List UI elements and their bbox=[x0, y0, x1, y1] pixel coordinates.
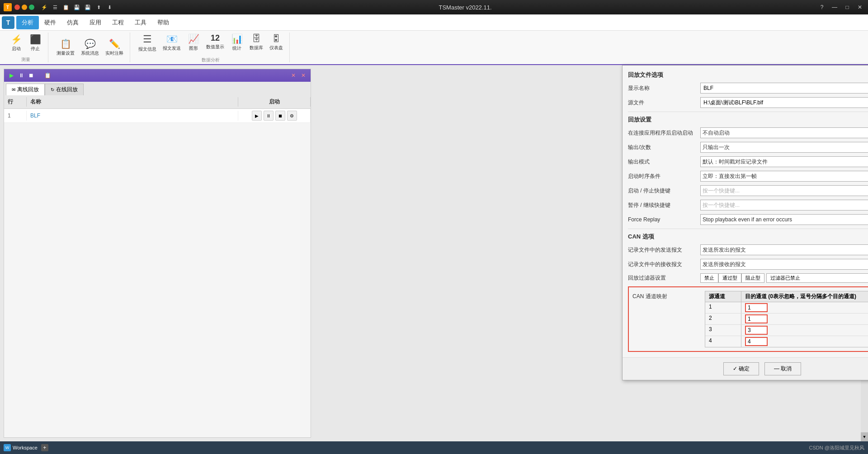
value-display-button[interactable]: 12 数值显示 bbox=[203, 32, 227, 54]
force-replay-select[interactable]: Stop playback even if an error occurs ▼ bbox=[700, 214, 868, 225]
td-start-1: ▶ ⏸ ⏹ ⚙ bbox=[238, 109, 311, 122]
cmt-td-dst-3 bbox=[741, 325, 868, 336]
panel-ctrl-green[interactable]: ▶ bbox=[8, 72, 15, 79]
form-row-output-count: 输出/次数 只输出一次 ▼ bbox=[628, 142, 868, 153]
value-display-icon: 12 bbox=[211, 33, 220, 43]
start-button[interactable]: ⚡ 启动 bbox=[7, 32, 25, 54]
message-info-button[interactable]: ☰ 报文信息 bbox=[136, 32, 159, 54]
dialog: 回放文件选项 显示名称 源文件 📁 ▶ 回放设置 bbox=[622, 65, 868, 380]
dst-input-1[interactable] bbox=[745, 303, 768, 312]
maximize-button[interactable]: □ bbox=[843, 3, 852, 12]
output-mode-select[interactable]: 默认：时间戳对应记录文件 ▼ bbox=[700, 156, 868, 167]
table-row: 1 BLF ▶ ⏸ ⏹ ⚙ bbox=[4, 109, 311, 123]
divider-1 bbox=[628, 112, 868, 112]
add-workspace-btn[interactable]: + bbox=[41, 444, 48, 451]
stats-label: 统计 bbox=[232, 45, 241, 51]
measure-settings-button[interactable]: 📋 测量设置 bbox=[54, 37, 77, 58]
filter-controls: 禁止 通过型 阻止型 过滤器已禁止 编辑... bbox=[700, 273, 868, 283]
menu-tab-app[interactable]: 应用 bbox=[84, 16, 107, 29]
stop-label: 停止 bbox=[31, 46, 40, 52]
filter-pass-btn[interactable]: 通过型 bbox=[718, 273, 741, 283]
cmt-th-dst: 目的通道 (0表示忽略，逗号分隔多个目的通道) bbox=[741, 291, 868, 302]
display-name-label: 显示名称 bbox=[628, 84, 700, 92]
menu-tab-hardware[interactable]: 硬件 bbox=[39, 16, 61, 29]
database-icon: 🗄 bbox=[252, 33, 261, 44]
row-settings-btn[interactable]: ⚙ bbox=[287, 111, 297, 121]
panel-ctrl-stop[interactable]: ⏹ bbox=[28, 72, 35, 79]
message-send-label: 报文发送 bbox=[163, 45, 181, 51]
panel-ctrl-x[interactable]: ✕ bbox=[300, 72, 307, 79]
dst-input-4[interactable] bbox=[745, 337, 768, 346]
can-mapping-label: CAN 通道映射 bbox=[632, 291, 705, 300]
panel-ctrl-pause[interactable]: ⏸ bbox=[18, 72, 25, 79]
tab-offline-playback[interactable]: ✉ 离线回放 bbox=[6, 84, 45, 95]
stats-button[interactable]: 📊 统计 bbox=[228, 32, 246, 54]
window-dots bbox=[14, 5, 34, 10]
form-row-send-msg: 记录文件中的发送报文 发送所发出的报文 ▼ bbox=[628, 244, 868, 255]
realtime-comment-icon: ✏️ bbox=[109, 38, 120, 49]
menu-tab-analysis[interactable]: 分析 bbox=[16, 16, 39, 29]
stop-button[interactable]: ⬛ 停止 bbox=[26, 32, 44, 54]
menu-bar: T 分析 硬件 仿真 应用 工程 工具 帮助 bbox=[0, 14, 868, 31]
message-send-button[interactable]: 📧 报文发送 bbox=[160, 32, 184, 54]
menu-tab-project[interactable]: 工程 bbox=[107, 16, 129, 29]
row-play-btn[interactable]: ▶ bbox=[252, 111, 262, 121]
cmt-td-src-1: 1 bbox=[705, 302, 741, 313]
message-info-icon: ☰ bbox=[143, 33, 152, 45]
help-button[interactable]: ? bbox=[817, 3, 826, 12]
online-icon: ↻ bbox=[51, 87, 54, 92]
offline-icon: ✉ bbox=[12, 87, 15, 92]
section-title-file-options: 回放文件选项 bbox=[628, 71, 868, 79]
output-count-value: 只输出一次 bbox=[703, 144, 868, 151]
auto-start-select[interactable]: 不自动启动 ▼ bbox=[700, 127, 868, 138]
output-mode-value: 默认：时间戳对应记录文件 bbox=[703, 158, 868, 166]
system-message-button[interactable]: 💬 系统消息 bbox=[78, 37, 102, 58]
menu-tab-simulation[interactable]: 仿真 bbox=[61, 16, 84, 29]
recv-msg-select[interactable]: 发送所接收的报文 ▼ bbox=[700, 259, 868, 270]
workspace-icon: W bbox=[4, 444, 11, 451]
output-count-select[interactable]: 只输出一次 ▼ bbox=[700, 142, 868, 153]
output-mode-label: 输出模式 bbox=[628, 158, 700, 166]
filter-disable-btn[interactable]: 禁止 bbox=[700, 273, 718, 283]
menu-tab-tools[interactable]: 工具 bbox=[129, 16, 152, 29]
force-replay-label: Force Replay bbox=[628, 216, 700, 223]
start-condition-select[interactable]: 立即：直接发出第一帧 ▼ bbox=[700, 171, 868, 182]
dashboard-label: 仪表盘 bbox=[269, 45, 283, 51]
dashboard-button[interactable]: 🎛 仪表盘 bbox=[267, 32, 286, 54]
can-mapping-table-wrap: 源通道 目的通道 (0表示忽略，逗号分隔多个目的通道) ▲ 1 bbox=[705, 291, 868, 347]
measure-settings-label: 测量设置 bbox=[57, 50, 75, 56]
display-name-input[interactable] bbox=[700, 83, 868, 94]
form-row-filter: 回放过滤器设置 禁止 通过型 阻止型 过滤器已禁止 编辑... bbox=[628, 273, 868, 283]
app-logo-icon: T bbox=[4, 3, 12, 11]
scroll-down-btn[interactable]: ▼ bbox=[861, 432, 868, 441]
filter-block-btn[interactable]: 阻止型 bbox=[741, 273, 764, 283]
start-icon: ⚡ bbox=[11, 34, 22, 45]
source-file-input[interactable] bbox=[700, 97, 868, 108]
database-button[interactable]: 🗄 数据库 bbox=[247, 32, 266, 54]
ok-button[interactable]: ✓ 确定 bbox=[723, 362, 759, 375]
send-msg-select[interactable]: 发送所发出的报文 ▼ bbox=[700, 244, 868, 255]
panel-ctrl-close[interactable]: ✕ bbox=[290, 72, 297, 79]
row-stop-btn[interactable]: ⏹ bbox=[275, 111, 285, 121]
dot-green bbox=[29, 5, 34, 10]
analysis-group-label: 数据分析 bbox=[202, 57, 220, 63]
graph-button[interactable]: 📈 图形 bbox=[184, 32, 203, 54]
close-button[interactable]: ✕ bbox=[855, 3, 864, 12]
dst-input-3[interactable] bbox=[745, 326, 768, 335]
row-pause-btn[interactable]: ⏸ bbox=[264, 111, 274, 121]
pause-hotkey-select[interactable]: 按一个快捷键... bbox=[700, 200, 868, 211]
menu-tab-help[interactable]: 帮助 bbox=[152, 16, 175, 29]
realtime-comment-button[interactable]: ✏️ 实时注释 bbox=[103, 37, 126, 58]
cmt-td-dst-2 bbox=[741, 314, 868, 324]
cancel-button[interactable]: — 取消 bbox=[764, 362, 801, 375]
table-header: 行 名称 启动 bbox=[4, 95, 311, 109]
tab-online-playback[interactable]: ↻ 在线回放 bbox=[45, 84, 84, 95]
dialog-body: 回放文件选项 显示名称 源文件 📁 ▶ 回放设置 bbox=[623, 66, 868, 357]
panel-ctrl-settings[interactable]: 📋 bbox=[44, 72, 51, 79]
start-hotkey-select[interactable]: 按一个快捷键... bbox=[700, 185, 868, 196]
source-file-input-group: 📁 ▶ bbox=[700, 97, 868, 108]
start-hotkey-value: 按一个快捷键... bbox=[703, 187, 868, 195]
minimize-button[interactable]: — bbox=[830, 3, 839, 12]
tb-icon-4: 💾 bbox=[73, 4, 80, 11]
dst-input-2[interactable] bbox=[745, 314, 768, 323]
